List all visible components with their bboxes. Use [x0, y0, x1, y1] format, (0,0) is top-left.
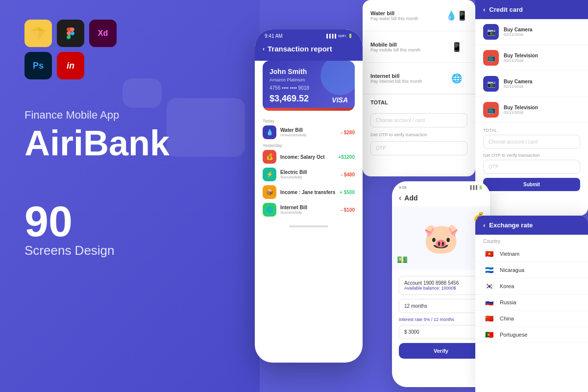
tx-info-internet: Internet Bill Successfully — [280, 205, 337, 215]
tx-amount-jane: + $500 — [340, 190, 355, 195]
piggy-title: Add — [404, 194, 417, 202]
term-field: 12 months — [399, 299, 483, 313]
tx-icon-internet: 🌐 — [263, 203, 276, 217]
credit-panel-header: ‹ Credit card — [475, 0, 588, 19]
phone-status-bar: 9:41 AM ▐▐▐▐ WiFi 🔋 — [255, 29, 363, 41]
exchange-item-korea: 🇰🇷 Korea — [475, 278, 588, 294]
credit-info-4: Buy Television 02/11/2018 — [504, 105, 580, 115]
piggy-header: 9:09 ▐▐▐ 🔋 ‹ Add — [392, 181, 490, 206]
credit-icon-2: 📺 — [483, 50, 499, 66]
piggy-back-icon: ‹ — [399, 194, 401, 202]
tool-icons: Xd Ps in — [24, 20, 142, 79]
screens-number: 90 — [24, 200, 235, 243]
tx-item-internet: 🌐 Internet Bill Successfully - $100 — [263, 203, 355, 217]
country-label: Country — [475, 235, 588, 246]
tx-amount-salary: +$1200 — [338, 154, 355, 160]
country-nicaragua: Nicaragua — [500, 267, 580, 273]
credit-item-3: 📷 Buy Camera 02/11/2018 — [475, 71, 588, 97]
card-stripe — [263, 108, 355, 111]
tx-sub-internet: Successfully — [280, 210, 337, 215]
exchange-header: ‹ Exchange rate — [475, 216, 588, 235]
account-field: Account 1900 8988 5456 Available balance… — [399, 276, 483, 295]
flag-china: 🇨🇳 — [483, 315, 495, 322]
bill-item-mobile: Mobile bill Pay mobile bill this month 📱 — [363, 31, 475, 63]
exchange-item-portuguese: 🇵🇹 Portuguese — [475, 327, 588, 343]
interest-field: Interest rate 5% / 12 months — [399, 317, 483, 322]
card-name: John Smith — [270, 68, 348, 75]
credit-item-1: 📷 Buy Camera 02/11/2018 — [475, 19, 588, 45]
credit-item-4: 📺 Buy Television 02/11/2018 — [475, 97, 588, 123]
bill-item-water: Water bill Pay water bill this month 💧📱 — [363, 0, 475, 31]
left-section: Xd Ps in Finance Mobile App AiriBank 90 … — [0, 0, 260, 392]
piggy-time: 9:09 — [399, 185, 407, 190]
tx-sub-electric: Successfully — [280, 175, 337, 179]
flag-vietnam: 🇻🇳 — [483, 250, 495, 258]
bill-name-mobile: Mobile bill — [370, 42, 440, 48]
credit-icon-3: 📷 — [483, 76, 499, 92]
card-brand: VISA — [332, 96, 348, 104]
in-icon: in — [57, 52, 84, 79]
credit-item-2: 📺 Buy Television 02/11/2018 — [475, 45, 588, 71]
credit-form: TOTAL Choose account / card Get OTP to v… — [475, 123, 588, 196]
exchange-rate-panel: ‹ Exchange rate Country 🇻🇳 Vietnam 🇳🇮 Ni… — [475, 216, 588, 392]
bill-info-internet: Internet bill Pay internet bill this mon… — [370, 73, 440, 84]
bill-info-water: Water bill Pay water bill this month — [370, 10, 440, 21]
back-arrow-icon: ‹ — [483, 6, 485, 13]
country-korea: Korea — [500, 283, 580, 289]
tx-name-jane: Income : Jane transfers — [280, 190, 336, 195]
total-label: TOTAL — [483, 128, 580, 133]
tx-name-salary: Income: Salary Oct — [280, 154, 334, 160]
amount-field: $ 3000 — [399, 325, 483, 339]
otp-verify-label: Get OTP to verify transaction — [483, 153, 580, 158]
exchange-item-nicaragua: 🇳🇮 Nicaragua — [475, 262, 588, 278]
credit-card-panel: ‹ Credit card 📷 Buy Camera 02/11/2018 📺 … — [475, 0, 588, 216]
flag-russia: 🇷🇺 — [483, 298, 495, 306]
tx-name-water: Water Bill — [280, 127, 337, 133]
transaction-list: Today 💧 Water Bill Unsuccessfully - $280… — [255, 119, 363, 217]
phone-bottom — [255, 220, 363, 232]
bill-img-internet: 🌐 — [445, 70, 467, 87]
credit-icon-4: 📺 — [483, 102, 499, 118]
flag-nicaragua: 🇳🇮 — [483, 266, 495, 274]
bill-total: TOTAL — [363, 94, 475, 110]
tx-item-electric: ⚡ Electric Bill Successfully - $480 — [263, 168, 355, 181]
tx-name-electric: Electric Bill — [280, 170, 337, 175]
bill-img-mobile: 📱 — [445, 38, 467, 55]
tx-info-water: Water Bill Unsuccessfully — [280, 127, 337, 137]
card-type: Amazon Platinium — [270, 77, 348, 82]
tx-sub-water: Unsuccessfully — [280, 133, 337, 137]
bill-name-water: Water bill — [370, 10, 440, 16]
piggy-nav: ‹ Add — [399, 192, 483, 206]
deco-rect-1 — [167, 98, 245, 157]
account-input[interactable]: Choose account / card — [483, 135, 580, 149]
phone-header-title: ‹ Transaction report — [263, 45, 355, 53]
bill-name-internet: Internet bill — [370, 73, 440, 79]
exchange-title: Exchange rate — [489, 221, 533, 229]
bill-img-water: 💧📱 — [445, 7, 467, 24]
verify-button[interactable]: Verify — [399, 343, 483, 359]
account-select[interactable]: Choose account / card — [370, 113, 467, 127]
otp-field[interactable]: OTP — [483, 160, 580, 174]
card-number: 4756 •••• •••• 9018 — [270, 85, 348, 91]
sketch-icon — [24, 20, 52, 47]
submit-button[interactable]: Submit — [483, 178, 580, 191]
tx-date-today: Today — [263, 119, 355, 123]
phone-transaction: 9:41 AM ▐▐▐▐ WiFi 🔋 ‹ Transaction report… — [255, 29, 363, 363]
tx-name-internet: Internet Bill — [280, 205, 337, 210]
flag-portuguese: 🇵🇹 — [483, 331, 495, 339]
credit-icon-1: 📷 — [483, 24, 499, 40]
otp-input[interactable]: OTP — [370, 141, 467, 155]
bill-sub-water: Pay water bill this month — [370, 16, 440, 21]
tx-icon-water: 💧 — [263, 125, 276, 139]
country-china: China — [500, 316, 580, 321]
phone-header: ‹ Transaction report — [255, 41, 363, 61]
piggy-status-bar: 9:09 ▐▐▐ 🔋 — [399, 185, 483, 190]
tx-amount-electric: - $480 — [341, 172, 355, 177]
tx-info-salary: Income: Salary Oct — [280, 154, 334, 160]
tx-item-water: 💧 Water Bill Unsuccessfully - $280 — [263, 125, 355, 139]
figma-icon — [57, 20, 84, 47]
tx-icon-jane: 📦 — [263, 185, 276, 199]
ps-icon: Ps — [24, 52, 52, 79]
screens-label: Screens Design — [24, 243, 235, 258]
tx-amount-water: - $280 — [341, 130, 355, 135]
